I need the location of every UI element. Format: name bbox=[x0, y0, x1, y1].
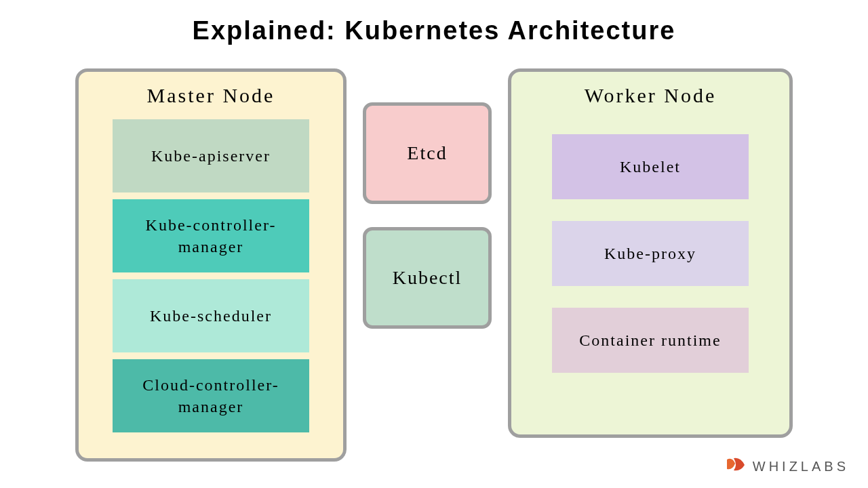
kube-scheduler-box: Kube-scheduler bbox=[113, 279, 309, 352]
master-node-title: Master Node bbox=[147, 84, 275, 107]
whizlabs-logo: WHIZLABS bbox=[727, 457, 849, 476]
whizlabs-logo-text: WHIZLABS bbox=[753, 459, 849, 474]
kube-proxy-box: Kube-proxy bbox=[552, 221, 749, 286]
worker-node-title: Worker Node bbox=[585, 84, 717, 107]
diagram-title: Explained: Kubernetes Architecture bbox=[0, 0, 868, 45]
kube-controller-manager-box: Kube-controller-manager bbox=[113, 199, 309, 272]
diagram-container: Master Node Kube-apiserver Kube-controll… bbox=[0, 45, 868, 462]
kubectl-box: Kubectl bbox=[363, 227, 492, 329]
middle-column: Etcd Kubectl bbox=[363, 68, 492, 329]
kube-apiserver-box: Kube-apiserver bbox=[113, 119, 309, 192]
master-node-panel: Master Node Kube-apiserver Kube-controll… bbox=[75, 68, 347, 462]
cloud-controller-manager-box: Cloud-controller-manager bbox=[113, 359, 309, 432]
whizlabs-logo-icon bbox=[727, 457, 747, 476]
etcd-box: Etcd bbox=[363, 102, 492, 204]
worker-node-panel: Worker Node Kubelet Kube-proxy Container… bbox=[508, 68, 793, 438]
kubelet-box: Kubelet bbox=[552, 134, 749, 199]
container-runtime-box: Container runtime bbox=[552, 308, 749, 373]
